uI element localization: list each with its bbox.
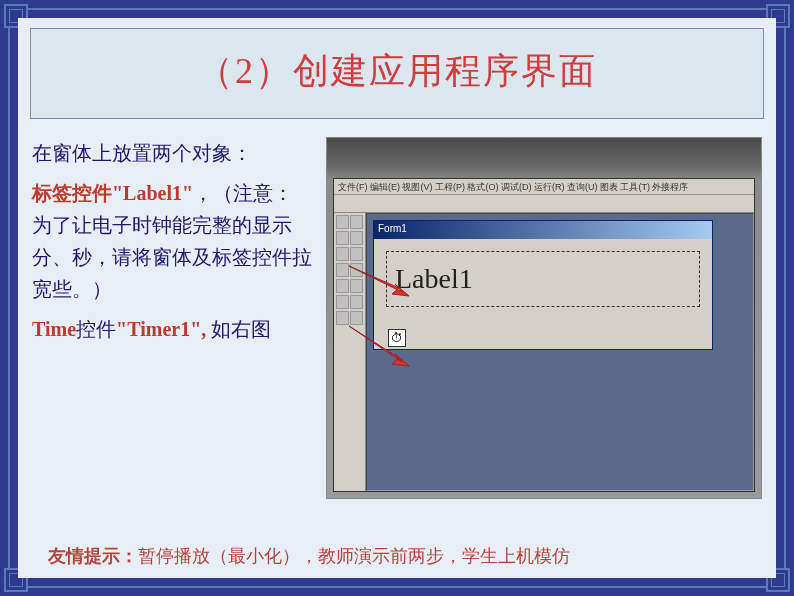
paragraph-intro: 在窗体上放置两个对象：	[32, 137, 312, 169]
tool-icon	[336, 311, 349, 325]
slide-title-box: （2）创建应用程序界面	[30, 28, 764, 119]
tool-icon	[336, 231, 349, 245]
tool-icon	[350, 311, 363, 325]
slide-title: （2）创建应用程序界面	[197, 51, 597, 91]
vb-toolbar	[334, 195, 754, 213]
hint-label: 友情提示：	[48, 546, 138, 566]
vb-form-canvas: Label1 ⏱	[374, 239, 712, 349]
tool-icon	[350, 231, 363, 245]
vb-menubar: 文件(F) 编辑(E) 视图(V) 工程(P) 格式(O) 调试(D) 运行(R…	[334, 179, 754, 195]
tool-icon	[350, 247, 363, 261]
footer-hint: 友情提示：暂停播放（最小化），教师演示前两步，学生上机模仿	[48, 544, 746, 568]
label-comma: ，	[193, 182, 213, 204]
timer-name: "Timer1",	[116, 318, 206, 340]
label1-control: Label1	[386, 251, 700, 307]
arrow-to-label	[347, 264, 417, 304]
vb-screenshot: 文件(F) 编辑(E) 视图(V) 工程(P) 格式(O) 调试(D) 运行(R…	[326, 137, 762, 499]
slide-body: 在窗体上放置两个对象： 标签控件"Label1"，（注意：为了让电子时钟能完整的…	[18, 119, 776, 499]
tool-icon	[350, 215, 363, 229]
vb-form-window: Form1 Label1 ⏱	[373, 220, 713, 350]
timer-prefix: Time	[32, 318, 76, 340]
hint-text: 暂停播放（最小化），教师演示前两步，学生上机模仿	[138, 546, 570, 566]
tool-icon	[336, 247, 349, 261]
screenshot-column: 文件(F) 编辑(E) 视图(V) 工程(P) 格式(O) 调试(D) 运行(R…	[326, 137, 762, 499]
label-control-name: "Label1"	[112, 182, 193, 204]
arrow-to-timer	[347, 324, 417, 374]
text-column: 在窗体上放置两个对象： 标签控件"Label1"，（注意：为了让电子时钟能完整的…	[32, 137, 312, 499]
vb-form-titlebar: Form1	[374, 221, 712, 239]
label-control-prefix: 标签控件	[32, 182, 112, 204]
timer-mid: 控件	[76, 318, 116, 340]
paragraph-timer: Time控件"Timer1", 如右图	[32, 313, 312, 345]
timer-suffix: 如右图	[211, 318, 271, 340]
paragraph-label: 标签控件"Label1"，（注意：为了让电子时钟能完整的显示分、秒，请将窗体及标…	[32, 177, 312, 305]
tool-icon	[336, 215, 349, 229]
vb-designer: Form1 Label1 ⏱	[366, 213, 754, 491]
slide-content: （2）创建应用程序界面 在窗体上放置两个对象： 标签控件"Label1"，（注意…	[18, 18, 776, 578]
